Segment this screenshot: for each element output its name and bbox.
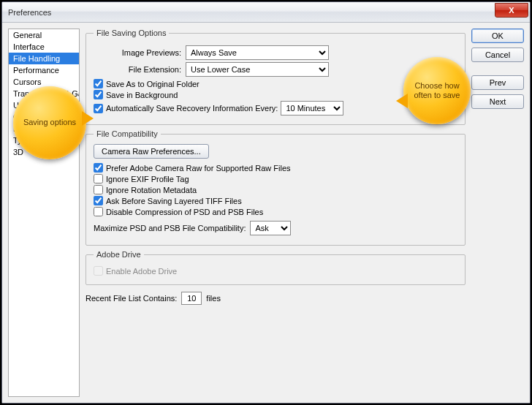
file-extension-select[interactable]: Use Lower Case	[186, 62, 329, 77]
save-background-checkbox[interactable]	[94, 90, 103, 99]
file-saving-options-legend: File Saving Options	[94, 29, 169, 37]
ignore-exif-row[interactable]: Ignore EXIF Profile Tag	[94, 174, 457, 183]
auto-save-label: Automatically Save Recovery Information …	[106, 104, 278, 113]
ask-tiff-label: Ask Before Saving Layered TIFF Files	[106, 197, 242, 205]
cancel-button[interactable]: Cancel	[471, 48, 524, 62]
next-button[interactable]: Next	[471, 94, 524, 109]
save-original-label: Save As to Original Folder	[106, 80, 200, 88]
ignore-rotation-checkbox[interactable]	[94, 185, 103, 194]
callout-save-frequency: Choose how often to save	[403, 57, 471, 124]
enable-adobe-drive-row: Enable Adobe Drive	[94, 266, 457, 276]
auto-save-interval-select[interactable]: 10 Minutes	[281, 101, 343, 116]
ok-button[interactable]: OK	[471, 29, 524, 43]
camera-raw-preferences-button[interactable]: Camera Raw Preferences...	[94, 144, 209, 159]
save-background-label: Save in Background	[106, 91, 178, 99]
file-compatibility-group: File Compatibility Camera Raw Preference…	[86, 129, 466, 246]
window-title: Preferences	[8, 8, 495, 17]
file-extension-label: File Extension:	[94, 65, 181, 74]
close-icon: X	[509, 6, 514, 15]
file-compatibility-legend: File Compatibility	[94, 129, 161, 138]
ignore-exif-checkbox[interactable]	[94, 174, 103, 183]
category-sidebar: General Interface File Handling Performa…	[8, 29, 80, 397]
image-previews-label: Image Previews:	[94, 48, 181, 57]
ignore-rotation-label: Ignore Rotation Metadata	[106, 186, 197, 194]
callout-save-frequency-text: Choose how often to save	[409, 81, 465, 100]
adobe-drive-group: Adobe Drive Enable Adobe Drive	[86, 250, 466, 285]
callout-saving-options-text: Saving options	[23, 118, 76, 127]
sidebar-item-interface[interactable]: Interface	[9, 41, 79, 53]
ask-tiff-row[interactable]: Ask Before Saving Layered TIFF Files	[94, 196, 457, 205]
close-button[interactable]: X	[495, 3, 528, 18]
button-column: OK Cancel Prev Next	[471, 29, 524, 397]
max-compat-label: Maximize PSD and PSB File Compatibility:	[94, 224, 246, 232]
recent-files-suffix: files	[206, 294, 221, 303]
sidebar-item-general[interactable]: General	[9, 29, 79, 41]
prefer-raw-checkbox[interactable]	[94, 163, 103, 173]
enable-adobe-drive-label: Enable Adobe Drive	[106, 267, 177, 276]
save-original-checkbox[interactable]	[94, 79, 103, 88]
ignore-rotation-row[interactable]: Ignore Rotation Metadata	[94, 185, 457, 194]
enable-adobe-drive-checkbox	[94, 266, 103, 276]
prefer-raw-row[interactable]: Prefer Adobe Camera Raw for Supported Ra…	[94, 163, 457, 173]
callout-saving-options: Saving options	[13, 86, 86, 159]
sidebar-item-file-handling[interactable]: File Handling	[9, 53, 79, 64]
sidebar-item-performance[interactable]: Performance	[9, 64, 79, 76]
image-previews-select[interactable]: Always Save	[186, 45, 329, 60]
ignore-exif-label: Ignore EXIF Profile Tag	[106, 175, 189, 183]
disable-compression-label: Disable Compression of PSD and PSB Files	[106, 208, 263, 216]
adobe-drive-legend: Adobe Drive	[94, 250, 144, 259]
recent-files-input[interactable]	[181, 292, 202, 305]
auto-save-checkbox[interactable]	[94, 104, 103, 113]
prefer-raw-label: Prefer Adobe Camera Raw for Supported Ra…	[106, 164, 291, 173]
prev-button[interactable]: Prev	[471, 75, 524, 90]
max-compat-select[interactable]: Ask	[250, 221, 291, 235]
titlebar: Preferences X	[2, 2, 530, 23]
disable-compression-row[interactable]: Disable Compression of PSD and PSB Files	[94, 207, 457, 216]
disable-compression-checkbox[interactable]	[94, 207, 103, 216]
ask-tiff-checkbox[interactable]	[94, 196, 103, 205]
recent-files-prefix: Recent File List Contains:	[86, 294, 177, 303]
recent-files-row: Recent File List Contains: files	[86, 292, 466, 305]
